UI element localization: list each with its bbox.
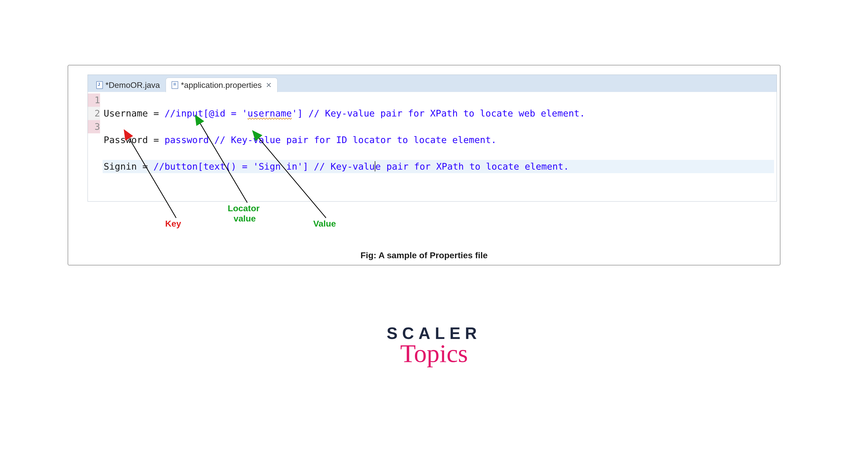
code-line: Username = //input[@id = 'username'] // …	[103, 107, 774, 120]
brand-topics-text: Topics	[386, 341, 481, 366]
editor: *DemoOR.java *application.properties ✕ 1…	[88, 75, 777, 202]
line-number: 2	[88, 107, 100, 120]
prop-value: password // Key-value pair for ID locato…	[164, 135, 496, 145]
properties-file-icon	[172, 81, 178, 89]
prop-value-part: //button[text() = 'Sign in'] // Key-valu	[153, 161, 375, 172]
annotation-locator-line2: value	[234, 213, 256, 224]
code-line: Password = password // Key-value pair fo…	[103, 133, 774, 147]
line-number: 3	[88, 120, 100, 133]
tab-label: *DemoOR.java	[105, 81, 160, 90]
line-number-gutter: 1 2 3	[88, 92, 102, 201]
prop-key: Signin	[104, 161, 143, 172]
prop-value-spellmarked: username	[248, 108, 292, 118]
annotation-locator-line1: Locator	[228, 203, 260, 213]
prop-value-part: '] // Key-value pair for XPath to locate…	[292, 108, 585, 118]
figure-caption: Fig: A sample of Properties file	[68, 250, 780, 260]
editor-body: 1 2 3 Username = //input[@id = 'username…	[88, 92, 777, 202]
tab-demoor-java[interactable]: *DemoOR.java	[90, 78, 166, 92]
annotation-value: Value	[313, 219, 336, 229]
prop-key: Username	[104, 108, 153, 118]
code-line-active: Signin = //button[text() = 'Sign in'] //…	[103, 160, 774, 173]
tab-application-properties[interactable]: *application.properties ✕	[166, 78, 278, 92]
java-file-icon	[96, 81, 103, 89]
prop-value-part: e pair for XPath to locate element.	[375, 161, 569, 172]
brand-logo: SCALER Topics	[386, 324, 481, 366]
figure-card: *DemoOR.java *application.properties ✕ 1…	[68, 65, 780, 265]
equals-sign: =	[153, 135, 164, 145]
prop-value-part: //input[@id = '	[164, 108, 247, 118]
prop-key: Password	[104, 135, 153, 145]
equals-sign: =	[143, 161, 153, 172]
editor-tabbar: *DemoOR.java *application.properties ✕	[88, 75, 777, 92]
code-area[interactable]: Username = //input[@id = 'username'] // …	[102, 92, 777, 201]
line-number: 1	[88, 93, 100, 107]
equals-sign: =	[153, 108, 164, 118]
tab-label: *application.properties	[181, 81, 262, 90]
close-icon[interactable]: ✕	[266, 81, 272, 89]
annotation-key: Key	[165, 219, 181, 229]
